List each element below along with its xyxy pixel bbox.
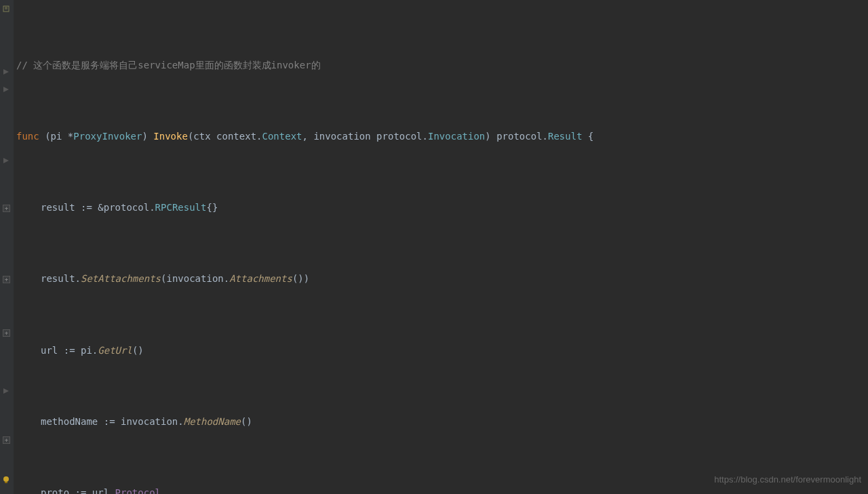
code-line[interactable]: url := pi.GetUrl()	[15, 342, 868, 359]
breakpoint-arrow-icon[interactable]	[2, 387, 10, 395]
code-line[interactable]: result.SetAttachments(invocation.Attachm…	[15, 270, 868, 287]
svg-point-7	[3, 476, 9, 482]
fold-toggle-icon[interactable]: +	[3, 436, 10, 444]
code-area[interactable]: // 这个函数是服务端将自己serviceMap里面的函数封装成invoker的…	[14, 0, 868, 494]
svg-marker-6	[3, 388, 9, 394]
code-line[interactable]: methodName := invocation.MethodName()	[15, 413, 868, 430]
comment-text: // 这个函数是服务端将自己serviceMap里面的函数封装成invoker的	[16, 60, 321, 70]
fold-toggle-icon[interactable]: +	[3, 329, 10, 337]
code-line[interactable]: // 这个函数是服务端将自己serviceMap里面的函数封装成invoker的	[15, 56, 868, 74]
doc-icon[interactable]	[2, 5, 10, 13]
code-line[interactable]: proto := url.Protocol	[15, 484, 868, 494]
code-editor[interactable]: + + + + // 这个函数是服务端将自己serviceMap里面的函数封装成…	[0, 0, 868, 494]
svg-rect-8	[5, 482, 7, 483]
lightbulb-icon[interactable]	[1, 472, 11, 482]
code-line[interactable]: result := &protocol.RPCResult{}	[15, 199, 868, 216]
breakpoint-arrow-icon[interactable]	[2, 85, 10, 94]
svg-marker-4	[3, 87, 9, 92]
fold-toggle-icon[interactable]: +	[3, 205, 10, 212]
fold-toggle-icon[interactable]: +	[3, 276, 10, 283]
svg-marker-5	[3, 158, 9, 163]
code-line[interactable]: func (pi *ProxyInvoker) Invoke(ctx conte…	[15, 127, 868, 145]
gutter: + + + +	[0, 0, 14, 494]
svg-marker-3	[3, 69, 9, 75]
breakpoint-arrow-icon[interactable]	[2, 68, 10, 76]
breakpoint-arrow-icon[interactable]	[2, 157, 10, 165]
